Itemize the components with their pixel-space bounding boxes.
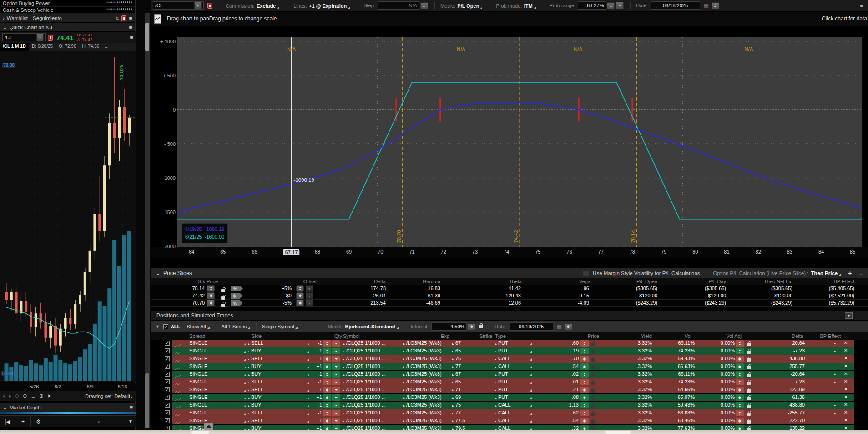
offset-mode-tag[interactable]: % — [231, 286, 243, 291]
unlock-icon[interactable] — [747, 405, 751, 408]
pos-yield[interactable]: 3.32% — [601, 410, 652, 415]
pos-delta[interactable]: 438.80 — [756, 402, 805, 408]
pos-qty[interactable]: +1 — [304, 363, 322, 369]
pos-qty[interactable]: -1 — [304, 379, 322, 384]
lock-icon[interactable] — [591, 374, 595, 377]
pos-symbol[interactable]: /CLQ25 1/1000 ... — [343, 402, 401, 408]
all-checkbox[interactable]: ✓ — [163, 324, 168, 329]
pos-yield[interactable]: 3.32% — [601, 340, 652, 346]
delete-row-icon[interactable]: ✕ — [844, 356, 848, 361]
calendar-icon[interactable]: ▦ — [704, 2, 709, 9]
pos-delta[interactable]: -7.23 — [756, 348, 805, 353]
right-arrow-icon[interactable]: ▸ — [9, 393, 12, 399]
pos-delta[interactable]: -222.70 — [756, 418, 805, 423]
pos-vol_adj[interactable]: 0.00% — [699, 425, 735, 430]
pos-side[interactable]: BUY — [248, 348, 310, 353]
pos-bp_effect[interactable]: - — [808, 356, 836, 361]
delete-row-icon[interactable]: ✕ — [844, 371, 848, 376]
pos-price[interactable]: 1.13 — [533, 402, 579, 408]
pos-qty[interactable]: +1 — [304, 402, 322, 408]
interest-stepper[interactable] — [468, 323, 475, 330]
slice-col-header[interactable]: Stk Price — [198, 279, 218, 284]
pos-yield[interactable]: 3.32% — [601, 356, 652, 361]
unlock-icon[interactable] — [747, 351, 751, 354]
pos-delta[interactable]: 20.64 — [756, 340, 805, 346]
pos-side[interactable]: BUY — [248, 425, 310, 430]
row-checkbox[interactable]: ✓ — [165, 410, 170, 415]
price-stepper[interactable] — [580, 410, 589, 416]
pos-symbol[interactable]: /CLQ25 1/1000 ... — [343, 394, 401, 400]
pos-price[interactable]: .62 — [533, 410, 579, 415]
pos-strike[interactable]: 75 — [452, 402, 492, 408]
price-stepper[interactable] — [580, 363, 589, 370]
qty-stepper[interactable] — [323, 402, 331, 408]
pos-type[interactable]: CALL — [495, 418, 532, 423]
pos-price[interactable]: .08 — [533, 394, 579, 400]
pos-price[interactable]: .70 — [533, 356, 579, 361]
qty-dropdown[interactable] — [332, 418, 340, 424]
pos-symbol[interactable]: /CLQ25 1/1000 ... — [343, 425, 401, 430]
slice-offset[interactable]: +5% — [282, 286, 292, 291]
pos-bp_effect[interactable]: - — [808, 410, 836, 415]
symbol-input[interactable]: /CL ▾ — [2, 33, 46, 41]
pos-price[interactable]: .21 — [533, 387, 579, 392]
vol-adj-stepper[interactable] — [736, 425, 744, 430]
menu-icon[interactable]: ≡ — [129, 15, 132, 21]
pos-spread[interactable]: SINGLE — [189, 410, 247, 415]
interest-input[interactable]: 4.50% — [431, 322, 467, 331]
pos-vol[interactable]: 69.11% — [656, 340, 695, 346]
lock-icon[interactable] — [591, 358, 595, 362]
pos-vol[interactable]: 65.97% — [656, 394, 695, 400]
qty-stepper[interactable] — [323, 348, 331, 354]
position-row[interactable]: ✓SINGLESELL-1/CLQ25 1/1000 .../LO3M25 (W… — [151, 417, 854, 425]
crosshair-icon[interactable]: ⊕ — [40, 393, 44, 399]
pos-price[interactable]: .19 — [533, 348, 579, 353]
price-stepper[interactable] — [580, 402, 589, 408]
pos-bp_effect[interactable]: - — [808, 371, 836, 377]
pos-symbol[interactable]: /CLQ25 1/1000 ... — [343, 418, 401, 423]
symbol-input[interactable]: /CL ▾ — [153, 1, 204, 10]
pos-strike[interactable]: 65 — [452, 348, 492, 353]
ellipsis-icon[interactable]: … — [102, 43, 111, 51]
vol-adj-stepper[interactable] — [736, 356, 744, 362]
calendar-icon[interactable]: ▦ — [557, 323, 562, 330]
delete-row-icon[interactable]: ✕ — [844, 425, 848, 430]
calc-mode-selector[interactable]: Theo Price — [811, 271, 842, 276]
slice-stepper[interactable] — [207, 285, 215, 292]
scrollbar-thumb[interactable] — [145, 23, 149, 51]
pos-side[interactable]: SELL — [248, 387, 310, 392]
dropdown-icon[interactable]: ▾ — [194, 2, 202, 9]
date-input[interactable]: 06/18/2025 — [651, 1, 700, 10]
pos-vol[interactable]: 59.43% — [656, 402, 695, 408]
pos-col-header[interactable]: Exp — [441, 333, 449, 339]
pos-yield[interactable]: 3.32% — [601, 425, 652, 430]
delete-row-icon[interactable]: ✕ — [844, 387, 848, 392]
chart-style-icon[interactable] — [154, 14, 161, 24]
slice-col-header[interactable]: P/L Day — [708, 279, 726, 284]
vol-adj-stepper[interactable] — [736, 418, 744, 424]
margin-style-label[interactable]: Use Margin Style Volatility for P/L Calc… — [593, 271, 700, 276]
row-checkbox[interactable]: ✓ — [165, 356, 170, 361]
row-checkbox[interactable]: ✓ — [165, 348, 170, 353]
pos-col-header[interactable]: Side — [252, 333, 262, 339]
offset-dropdown-icon[interactable]: ▾ — [306, 292, 313, 300]
menu-icon[interactable]: ≡ — [130, 35, 133, 41]
model-selector[interactable]: Bjerksund-Stensland — [345, 324, 399, 329]
pos-bp_effect[interactable]: - — [808, 418, 836, 423]
pos-price[interactable]: .02 — [533, 371, 579, 377]
show-all-selector[interactable]: Show All — [187, 324, 210, 329]
qty-dropdown[interactable] — [332, 371, 340, 378]
offset-dropdown-icon[interactable]: ▾ — [306, 300, 313, 307]
pos-strike[interactable]: 77 — [452, 410, 492, 415]
slice-col-header[interactable]: Theta — [509, 279, 522, 284]
pos-vol_adj[interactable]: 0.00% — [699, 340, 735, 346]
pos-col-header[interactable]: Delta — [792, 333, 803, 339]
pos-exp[interactable]: /LO3M25 (Wk3) — [403, 348, 449, 353]
delete-row-icon[interactable]: ✕ — [844, 418, 848, 423]
slice-stk_price[interactable]: 78.14 — [192, 286, 205, 291]
pos-col-header[interactable]: Type — [495, 333, 506, 339]
pos-qty[interactable]: -1 — [304, 356, 322, 361]
row-checkbox[interactable]: ✓ — [165, 418, 170, 423]
pos-exp[interactable]: /LO3M25 (Wk3) — [403, 425, 449, 430]
row-checkbox[interactable]: ✓ — [165, 372, 170, 377]
